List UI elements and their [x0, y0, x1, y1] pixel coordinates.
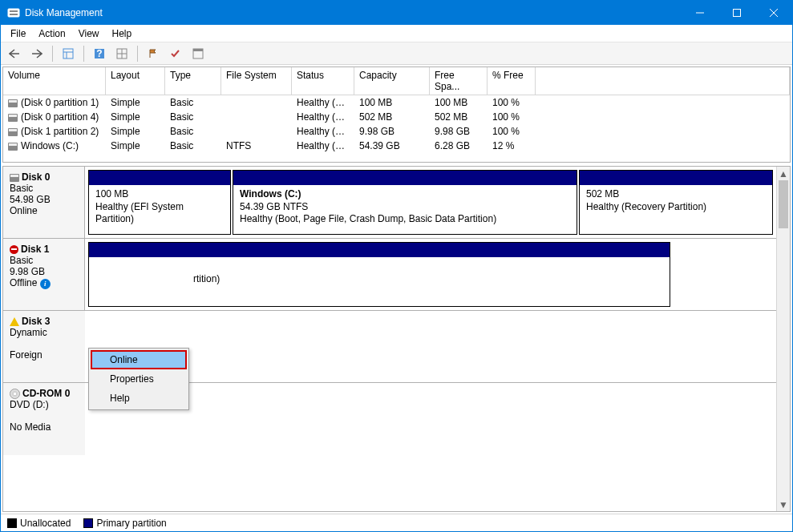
col-status[interactable]: Status [292, 67, 354, 95]
menu-action[interactable]: Action [32, 26, 71, 41]
offline-icon [10, 245, 18, 254]
col-type[interactable]: Type [165, 67, 221, 95]
col-free[interactable]: Free Spa... [430, 67, 488, 95]
menu-help[interactable]: Help [106, 26, 139, 41]
partition-bar [89, 243, 670, 257]
disk-info[interactable]: Disk 0 Basic 54.98 GB Online [3, 167, 85, 238]
forward-button[interactable] [28, 45, 46, 62]
toolbar-check-icon[interactable] [167, 45, 184, 62]
legend-swatch-unallocated [7, 518, 17, 528]
svg-rect-4 [734, 10, 741, 17]
legend-swatch-primary [83, 518, 93, 528]
toolbar-panel-icon[interactable] [189, 45, 207, 62]
legend: Unallocated Primary partition [1, 514, 792, 531]
menubar: File Action View Help [1, 25, 792, 42]
svg-rect-0 [8, 9, 19, 17]
disk-mgmt-icon [7, 6, 20, 19]
volume-list[interactable]: Volume Layout Type File System Status Ca… [2, 66, 791, 163]
partition[interactable]: Windows (C:)54.39 GB NTFSHealthy (Boot, … [233, 170, 577, 235]
col-pct[interactable]: % Free [488, 67, 536, 95]
partition-bar [89, 171, 230, 185]
context-menu: Online Properties Help [88, 348, 189, 410]
toolbar-flag-icon[interactable] [144, 45, 162, 62]
partition-bar [233, 171, 577, 185]
titlebar: Disk Management [1, 1, 792, 25]
volume-icon [8, 143, 18, 151]
volume-icon [8, 99, 18, 107]
volume-row[interactable]: (Disk 0 partition 4) SimpleBasicHealthy … [3, 110, 790, 124]
svg-rect-2 [10, 14, 18, 15]
menu-view[interactable]: View [72, 26, 106, 41]
toolbar-grid-icon[interactable] [113, 45, 131, 62]
partition[interactable]: 502 MBHealthy (Recovery Partition) [579, 170, 773, 235]
volume-icon [8, 128, 18, 136]
col-spacer [536, 67, 790, 95]
maximize-button[interactable] [718, 1, 755, 25]
window-title: Disk Management [25, 7, 682, 18]
close-button[interactable] [755, 1, 792, 25]
vertical-scrollbar[interactable]: ▲ ▼ [776, 167, 790, 511]
context-menu-online[interactable]: Online [91, 350, 187, 369]
volume-icon [8, 114, 18, 122]
disk-icon [10, 174, 19, 182]
volume-header: Volume Layout Type File System Status Ca… [3, 67, 790, 95]
svg-text:?: ? [96, 48, 102, 59]
disk-graphical-view: Disk 0 Basic 54.98 GB Online 100 MBHealt… [2, 166, 791, 512]
scroll-down-icon[interactable]: ▼ [777, 498, 790, 511]
info-icon[interactable]: i [40, 279, 51, 289]
volume-row[interactable]: (Disk 0 partition 1) SimpleBasicHealthy … [3, 95, 790, 110]
context-menu-properties[interactable]: Properties [91, 369, 187, 389]
disk-info[interactable]: Disk 1 Basic 9.98 GB Offline i [3, 239, 85, 310]
volume-row[interactable]: Windows (C:) SimpleBasicNTFSHealthy (B..… [3, 139, 790, 153]
cdrom-icon [10, 389, 20, 399]
col-layout[interactable]: Layout [106, 67, 165, 95]
back-button[interactable] [6, 45, 23, 62]
toolbar: ? [1, 42, 792, 65]
svg-rect-1 [10, 10, 18, 12]
col-fs[interactable]: File System [221, 67, 292, 95]
toolbar-view-icon[interactable] [59, 45, 77, 62]
scroll-thumb[interactable] [779, 180, 788, 228]
menu-file[interactable]: File [4, 26, 32, 41]
warning-icon [10, 317, 19, 326]
scroll-up-icon[interactable]: ▲ [777, 167, 790, 180]
partition[interactable]: 100 MBHealthy (EFI System Partition) [88, 170, 231, 235]
partition-bar [580, 171, 772, 185]
svg-rect-16 [193, 49, 203, 51]
col-volume[interactable]: Volume [3, 67, 106, 95]
volume-row[interactable]: (Disk 1 partition 2) SimpleBasicHealthy … [3, 124, 790, 139]
help-icon[interactable]: ? [91, 45, 108, 62]
disk-row-0[interactable]: Disk 0 Basic 54.98 GB Online 100 MBHealt… [3, 167, 776, 239]
disk-row-1[interactable]: Disk 1 Basic 9.98 GB Offline i rtition) … [3, 239, 776, 311]
context-menu-help[interactable]: Help [91, 389, 187, 408]
col-capacity[interactable]: Capacity [354, 67, 430, 95]
scroll-track[interactable] [777, 228, 790, 498]
disk-info[interactable]: Disk 3 Dynamic Foreign [3, 311, 85, 382]
svg-rect-7 [63, 49, 73, 58]
partition[interactable]: rtition) [88, 242, 670, 307]
minimize-button[interactable] [682, 1, 718, 25]
disk-info[interactable]: CD-ROM 0 DVD (D:) No Media [3, 383, 85, 455]
